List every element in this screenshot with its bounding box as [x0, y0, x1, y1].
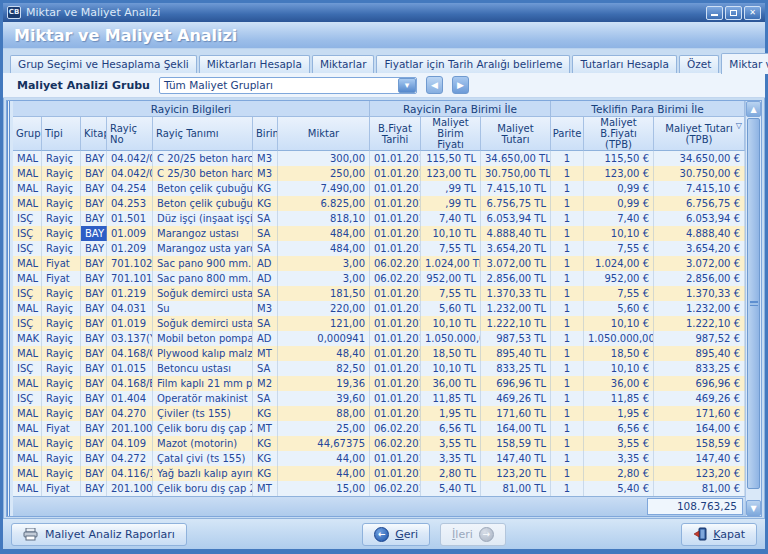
grid-cell[interactable]: Rayiç — [42, 151, 81, 166]
grid-cell[interactable]: 2,80 € — [584, 466, 654, 481]
grid-cell[interactable]: BAY — [81, 301, 107, 316]
grid-cell[interactable]: 6.053,94 € — [654, 211, 745, 226]
forward-button[interactable]: İleri → — [440, 523, 506, 546]
grid-cell[interactable]: 10,10 € — [584, 316, 654, 331]
grid-cell[interactable]: 164,00 € — [654, 421, 745, 436]
grid-cell[interactable]: 1.370,33 TL — [481, 286, 551, 301]
column-header[interactable]: Birimi — [253, 117, 278, 151]
grid-cell[interactable]: ,99 TL — [421, 196, 481, 211]
grid-cell[interactable]: 6.825,00 — [278, 196, 370, 211]
grid-cell[interactable]: AD — [253, 271, 278, 286]
grid-cell[interactable]: 1.222,10 TL — [481, 316, 551, 331]
grid-cell[interactable]: 1 — [551, 391, 584, 406]
grid-cell[interactable]: SA — [253, 211, 278, 226]
column-header[interactable]: Tipi — [42, 117, 81, 151]
grid-cell[interactable]: Rayiç — [42, 331, 81, 346]
grid-cell[interactable]: 7.415,10 TL — [481, 181, 551, 196]
grid-cell[interactable]: ISÇ — [13, 241, 42, 256]
grid-cell[interactable]: 201.1002 — [107, 421, 153, 436]
next-group-button[interactable] — [452, 76, 469, 94]
grid-cell[interactable]: 1 — [551, 166, 584, 181]
grid-cell[interactable]: Betoncu ustası — [153, 361, 253, 376]
grid-cell[interactable]: 04.253 — [107, 196, 153, 211]
grid-cell[interactable]: M3 — [253, 151, 278, 166]
grid-cell[interactable]: 3.072,00 TL — [481, 256, 551, 271]
grid-cell[interactable]: 115,50 € — [584, 151, 654, 166]
maximize-icon[interactable] — [725, 6, 742, 20]
grid-cell[interactable]: Operatör makinist — [153, 391, 253, 406]
grid-cell[interactable]: M3 — [253, 166, 278, 181]
minimize-icon[interactable] — [706, 6, 723, 20]
grid-cell[interactable]: Rayiç — [42, 436, 81, 451]
grid-cell[interactable]: 44,00 — [278, 451, 370, 466]
grid-cell[interactable]: MT — [253, 421, 278, 436]
grid-cell[interactable]: 3.654,20 € — [654, 241, 745, 256]
grid-cell[interactable]: 2,80 TL — [421, 466, 481, 481]
grid-cell[interactable]: 10,10 € — [584, 361, 654, 376]
grid-cell[interactable]: 6,56 TL — [421, 421, 481, 436]
grid-cell[interactable]: Rayiç — [42, 451, 81, 466]
grid-cell[interactable]: Mazot (motorin) — [153, 436, 253, 451]
grid-cell[interactable]: ,99 TL — [421, 181, 481, 196]
grid-cell[interactable]: SA — [253, 241, 278, 256]
grid-cell[interactable]: MAL — [13, 406, 42, 421]
grid-cell[interactable]: 696,96 TL — [481, 376, 551, 391]
grid-cell[interactable]: BAY — [81, 166, 107, 181]
grid-cell[interactable]: ISÇ — [13, 316, 42, 331]
grid-cell[interactable]: Çatal çivi (ts 155) — [153, 451, 253, 466]
grid-cell[interactable]: 701.101 — [107, 271, 153, 286]
grid-cell[interactable]: 82,50 — [278, 361, 370, 376]
grid-cell[interactable]: 1 — [551, 256, 584, 271]
grid-cell[interactable]: 10,10 TL — [421, 316, 481, 331]
grid-cell[interactable]: Rayiç — [42, 346, 81, 361]
grid-cell[interactable]: 121,00 — [278, 316, 370, 331]
grid-cell[interactable]: 1 — [551, 316, 584, 331]
grid-cell[interactable]: 3,00 — [278, 256, 370, 271]
grid-cell[interactable]: 44,67375 — [278, 436, 370, 451]
grid-cell[interactable]: Beton çelik çubuğu nervi — [153, 181, 253, 196]
grid-cell[interactable]: 6.756,75 € — [654, 196, 745, 211]
grid-cell[interactable]: BAY — [81, 391, 107, 406]
tab-tutarları-hesapla[interactable]: Tutarları Hesapla — [572, 55, 677, 73]
grid-cell[interactable]: 1.050.000,00 € — [584, 331, 654, 346]
grid-cell[interactable]: Su — [153, 301, 253, 316]
chevron-down-icon[interactable] — [398, 78, 416, 93]
grid-cell[interactable]: 147,40 TL — [481, 451, 551, 466]
grid-cell[interactable]: 6.053,94 TL — [481, 211, 551, 226]
grid-cell[interactable]: 01.01.2016 — [370, 316, 421, 331]
grid-cell[interactable]: BAY — [81, 286, 107, 301]
grid-cell[interactable]: 34.650,00 € — [654, 151, 745, 166]
grid-cell[interactable]: 3.654,20 TL — [481, 241, 551, 256]
grid-cell[interactable]: 4.888,40 € — [654, 226, 745, 241]
column-header[interactable]: Miktar — [278, 117, 370, 151]
grid-cell[interactable]: 44,00 — [278, 466, 370, 481]
grid-cell[interactable]: 7.415,10 € — [654, 181, 745, 196]
grid-cell[interactable]: 01.01.2016 — [370, 466, 421, 481]
grid-cell[interactable]: 11,85 TL — [421, 391, 481, 406]
grid-cell[interactable]: MAL — [13, 481, 42, 496]
grid-cell[interactable]: 3,00 — [278, 271, 370, 286]
grid-cell[interactable]: 36,00 TL — [421, 376, 481, 391]
tab-özet[interactable]: Özet — [679, 55, 719, 73]
grid-cell[interactable]: 895,40 TL — [481, 346, 551, 361]
grid-cell[interactable]: 484,00 — [278, 241, 370, 256]
grid-cell[interactable]: BAY — [81, 361, 107, 376]
grid-cell[interactable]: AD — [253, 256, 278, 271]
grid-cell[interactable]: Rayiç — [42, 361, 81, 376]
grid-cell[interactable]: 818,10 — [278, 211, 370, 226]
grid-cell[interactable]: 48,40 — [278, 346, 370, 361]
grid-cell[interactable]: Mobil beton pompası (40 — [153, 331, 253, 346]
column-header[interactable]: Maliyet Tutarı (TPB)▽ — [654, 117, 745, 151]
grid-cell[interactable]: SA — [253, 316, 278, 331]
grid-cell[interactable]: Rayiç — [42, 241, 81, 256]
grid-cell[interactable]: 833,25 TL — [481, 361, 551, 376]
grid-cell[interactable]: Rayiç — [42, 226, 81, 241]
grid-cell[interactable]: 171,60 € — [654, 406, 745, 421]
grid-cell[interactable]: 01.01.2016 — [370, 211, 421, 226]
grid-cell[interactable]: 1.222,10 € — [654, 316, 745, 331]
grid-cell[interactable]: 6,56 € — [584, 421, 654, 436]
grid-cell[interactable]: 3,55 TL — [421, 436, 481, 451]
grid-cell[interactable]: 1 — [551, 421, 584, 436]
grid-cell[interactable]: BAY — [81, 271, 107, 286]
grid-cell[interactable]: 250,00 — [278, 166, 370, 181]
